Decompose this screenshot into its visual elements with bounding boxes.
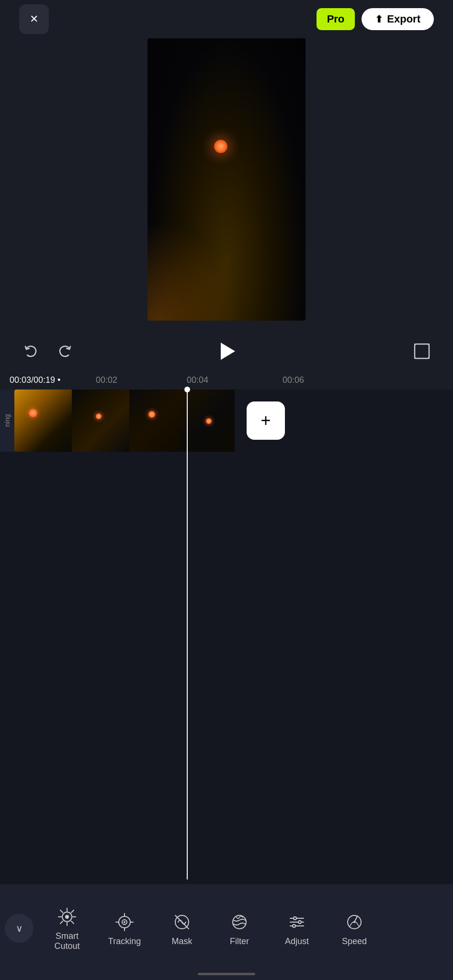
track-clips: + bbox=[14, 390, 453, 452]
playhead bbox=[187, 390, 188, 880]
video-frame bbox=[147, 38, 306, 321]
filter-label: Filter bbox=[230, 936, 249, 947]
svg-point-13 bbox=[298, 921, 301, 924]
svg-point-14 bbox=[293, 924, 295, 927]
chevron-down-icon: ∨ bbox=[16, 923, 23, 934]
fullscreen-icon bbox=[413, 342, 431, 360]
tool-speed[interactable]: Speed bbox=[326, 906, 383, 951]
svg-point-2 bbox=[65, 915, 69, 919]
tracking-label: Tracking bbox=[108, 936, 141, 947]
header: ✕ Pro ⬆ Export bbox=[0, 0, 453, 38]
mask-label: Mask bbox=[171, 936, 192, 947]
redo-icon bbox=[56, 343, 73, 360]
adjust-icon bbox=[285, 911, 308, 934]
fullscreen-button[interactable] bbox=[410, 339, 434, 363]
svg-point-12 bbox=[294, 917, 296, 920]
scroll-indicator bbox=[0, 972, 453, 975]
pro-badge[interactable]: Pro bbox=[317, 8, 355, 30]
export-icon: ⬆ bbox=[375, 13, 383, 25]
clip-thumb-1[interactable] bbox=[14, 390, 72, 452]
ruler-time-4: 00:06 bbox=[283, 375, 304, 385]
export-label: Export bbox=[387, 13, 420, 25]
add-icon: + bbox=[260, 411, 271, 431]
timeline-workspace bbox=[0, 452, 453, 884]
add-clip-button[interactable]: + bbox=[247, 401, 285, 440]
smart-cutout-icon bbox=[56, 905, 79, 928]
header-right: Pro ⬆ Export bbox=[317, 8, 434, 30]
speed-label: Speed bbox=[342, 936, 367, 947]
speed-icon bbox=[343, 911, 366, 934]
clip-thumb-3[interactable] bbox=[129, 390, 182, 452]
tool-smart-cutout[interactable]: Smart Cutout bbox=[38, 901, 96, 956]
export-button[interactable]: ⬆ Export bbox=[362, 8, 434, 30]
smart-cutout-label: Smart Cutout bbox=[54, 931, 79, 951]
tool-filter[interactable]: Filter bbox=[211, 906, 268, 951]
svg-rect-0 bbox=[415, 344, 429, 358]
collapse-button[interactable]: ∨ bbox=[5, 914, 34, 943]
track-label: ning bbox=[0, 390, 14, 452]
playback-controls bbox=[0, 332, 453, 370]
redo-button[interactable] bbox=[53, 339, 77, 363]
clip-thumb-2[interactable] bbox=[72, 390, 129, 452]
ruler-time-2: 00:02 bbox=[96, 375, 117, 385]
play-icon bbox=[221, 343, 235, 360]
clip-thumb-4[interactable] bbox=[182, 390, 235, 452]
ruler-time-3: 00:04 bbox=[187, 375, 208, 385]
svg-point-5 bbox=[124, 921, 125, 923]
undo-icon bbox=[23, 343, 40, 360]
filter-icon bbox=[228, 911, 251, 934]
close-icon: ✕ bbox=[30, 13, 38, 25]
mask-icon bbox=[170, 911, 193, 934]
tool-mask[interactable]: Mask bbox=[153, 906, 211, 951]
video-orb bbox=[214, 140, 227, 153]
timeline-track: ning + bbox=[0, 390, 453, 452]
tracking-icon bbox=[113, 911, 136, 934]
close-button[interactable]: ✕ bbox=[19, 4, 49, 34]
bottom-toolbar: ∨ Smart Cutout bbox=[0, 884, 453, 980]
play-button[interactable] bbox=[212, 337, 241, 366]
tool-adjust[interactable]: Adjust bbox=[268, 906, 326, 951]
video-glow bbox=[147, 222, 242, 321]
timeline-ruler: 00:03/00:19 • 00:02 00:04 00:06 bbox=[0, 370, 453, 390]
ruler-current-time: 00:03/00:19 • bbox=[10, 375, 60, 385]
undo-button[interactable] bbox=[19, 339, 43, 363]
scroll-bar bbox=[198, 973, 255, 975]
video-preview bbox=[147, 38, 306, 321]
bottom-tools: ∨ Smart Cutout bbox=[0, 884, 453, 972]
playhead-top bbox=[184, 387, 190, 392]
adjust-label: Adjust bbox=[285, 936, 309, 947]
tool-tracking[interactable]: Tracking bbox=[96, 906, 153, 951]
